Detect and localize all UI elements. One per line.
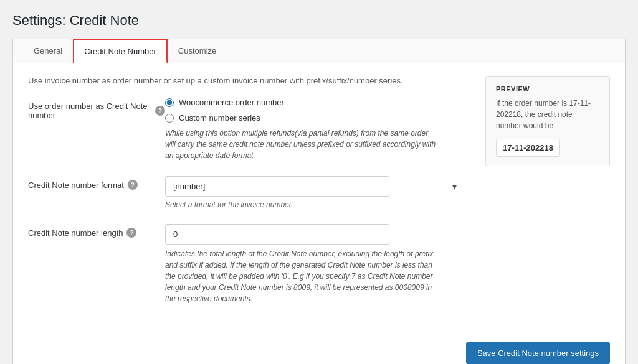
tab-general[interactable]: General [23, 39, 73, 63]
tabs-bar: General Credit Note Number Customize [13, 39, 625, 63]
radio-woocommerce-input[interactable] [165, 98, 174, 107]
length-help-icon[interactable]: ? [126, 228, 136, 238]
format-field: [number] [number]-[year] [year]-[number]… [165, 176, 464, 209]
radio-custom-series[interactable]: Custom number series [165, 113, 464, 123]
radio-group: Woocommerce order number Custom number s… [165, 98, 464, 123]
radio-custom-input[interactable] [165, 114, 174, 123]
preview-title: PREVIEW [496, 85, 599, 93]
preview-value: 17-11-202218 [496, 139, 560, 157]
use-order-number-label: Use order number as Credit Note number ? [28, 98, 165, 120]
length-input[interactable] [165, 224, 389, 245]
card-footer: Save Credit Note number settings [13, 332, 625, 364]
page-title: Settings: Credit Note [12, 12, 626, 29]
format-hint: Select a format for the invoice number. [165, 200, 464, 209]
tab-credit-note-number[interactable]: Credit Note Number [73, 39, 168, 63]
section-description: Use invoice number as order number or se… [28, 76, 502, 85]
length-row: Credit Note number length ? Indicates th… [28, 224, 610, 304]
radio-custom-label: Custom number series [179, 113, 260, 123]
format-help-icon[interactable]: ? [128, 180, 138, 190]
format-row: Credit Note number format ? [number] [nu… [28, 176, 610, 209]
preview-box: PREVIEW If the order number is 17-11-202… [485, 76, 610, 166]
format-label: Credit Note number format ? [28, 176, 165, 190]
length-field: Indicates the total length of the Credit… [165, 224, 464, 304]
use-order-number-field: Woocommerce order number Custom number s… [165, 98, 464, 161]
radio-woocommerce-label: Woocommerce order number [179, 98, 284, 107]
radio-woocommerce-order[interactable]: Woocommerce order number [165, 98, 464, 107]
tab-customize[interactable]: Customize [168, 39, 227, 63]
format-select[interactable]: [number] [number]-[year] [year]-[number]… [165, 176, 389, 197]
tab-content: PREVIEW If the order number is 17-11-202… [13, 63, 625, 332]
format-select-wrapper: [number] [number]-[year] [year]-[number]… [165, 176, 464, 197]
custom-series-note: While using this option multiple refunds… [165, 128, 439, 161]
preview-description: If the order number is 17-11-202218, the… [496, 98, 599, 131]
save-button[interactable]: Save Credit Note number settings [466, 342, 610, 364]
length-hint: Indicates the total length of the Credit… [165, 248, 439, 304]
use-order-number-help-icon[interactable]: ? [155, 106, 165, 116]
length-label: Credit Note number length ? [28, 224, 165, 238]
settings-card: General Credit Note Number Customize PRE… [12, 39, 626, 364]
